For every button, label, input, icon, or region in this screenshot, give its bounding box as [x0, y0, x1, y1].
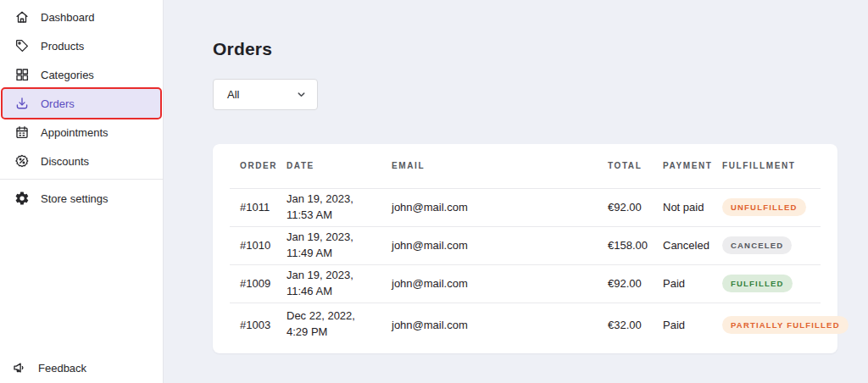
order-total: €32.00 — [608, 303, 663, 347]
order-email: john@mail.com — [392, 303, 608, 347]
column-header-payment: PAYMENT — [663, 144, 722, 188]
order-email: john@mail.com — [392, 226, 608, 264]
grid-icon — [14, 67, 30, 82]
sidebar-item-label: Products — [41, 40, 84, 53]
order-email: john@mail.com — [392, 188, 608, 226]
download-icon — [14, 96, 30, 111]
sidebar-item-label: Feedback — [38, 362, 86, 375]
sidebar-item-products[interactable]: Products — [3, 31, 160, 60]
order-total: €92.00 — [608, 188, 663, 226]
calendar-icon — [14, 125, 30, 140]
sidebar-item-store-settings[interactable]: Store settings — [3, 184, 160, 213]
page-title: Orders — [213, 39, 272, 59]
table-row[interactable]: #1003 Dec 22, 2022, 4:29 PM john@mail.co… — [230, 303, 821, 347]
order-total: €158.00 — [608, 226, 663, 264]
order-number: #1011 — [230, 188, 287, 226]
orders-table-card: ORDER DATE EMAIL TOTAL PAYMENT FULFILLME… — [213, 144, 837, 353]
order-total: €92.00 — [608, 264, 663, 303]
sidebar: Dashboard Products Categories Orders — [0, 0, 164, 383]
order-number: #1009 — [230, 264, 287, 303]
filter-selected-value: All — [227, 88, 239, 101]
table-row[interactable]: #1010 Jan 19, 2023, 11:49 AM john@mail.c… — [230, 226, 821, 264]
home-icon — [14, 9, 30, 25]
gear-icon — [14, 191, 30, 206]
discount-icon — [14, 153, 30, 169]
sidebar-item-label: Dashboard — [41, 11, 95, 24]
chevron-down-icon — [297, 90, 306, 99]
order-date: Jan 19, 2023, 11:53 AM — [287, 188, 392, 226]
table-row[interactable]: #1011 Jan 19, 2023, 11:53 AM john@mail.c… — [230, 188, 821, 226]
tag-icon — [14, 38, 30, 53]
order-number: #1003 — [230, 303, 287, 347]
column-header-email: EMAIL — [392, 144, 608, 188]
column-header-date: DATE — [287, 144, 392, 188]
table-header-row: ORDER DATE EMAIL TOTAL PAYMENT FULFILLME… — [230, 144, 821, 188]
megaphone-icon — [12, 360, 27, 375]
main-content: Orders All ORDER DATE EMAIL TOTAL PAYMEN… — [164, 0, 868, 383]
sidebar-item-label: Appointments — [41, 126, 108, 139]
column-header-fulfillment: FULFILLMENT — [722, 144, 821, 188]
order-date: Jan 19, 2023, 11:49 AM — [287, 226, 392, 264]
sidebar-nav: Dashboard Products Categories Orders — [0, 0, 163, 213]
order-date: Jan 19, 2023, 11:46 AM — [287, 264, 392, 303]
sidebar-item-feedback[interactable]: Feedback — [0, 353, 163, 382]
order-payment: Paid — [663, 264, 722, 303]
sidebar-item-label: Categories — [41, 69, 94, 81]
orders-table: ORDER DATE EMAIL TOTAL PAYMENT FULFILLME… — [230, 144, 821, 347]
order-date: Dec 22, 2022, 4:29 PM — [287, 303, 392, 347]
order-payment: Canceled — [663, 226, 722, 264]
order-payment: Not paid — [663, 188, 722, 226]
order-number: #1010 — [230, 226, 287, 264]
sidebar-item-label: Orders — [41, 97, 75, 110]
sidebar-item-dashboard[interactable]: Dashboard — [3, 3, 160, 31]
sidebar-item-label: Store settings — [41, 192, 108, 205]
fulfillment-badge: UNFULFILLED — [722, 198, 806, 216]
fulfillment-badge: FULFILLED — [722, 275, 793, 292]
sidebar-divider — [0, 179, 163, 180]
sidebar-item-appointments[interactable]: Appointments — [3, 118, 160, 147]
fulfillment-badge: CANCELED — [722, 236, 792, 254]
fulfillment-badge: PARTIALLY FULFILLED — [722, 316, 849, 334]
order-email: john@mail.com — [392, 264, 608, 303]
sidebar-item-categories[interactable]: Categories — [3, 60, 160, 89]
sidebar-item-orders[interactable]: Orders — [3, 89, 160, 118]
column-header-total: TOTAL — [608, 144, 663, 188]
column-header-order: ORDER — [230, 144, 287, 188]
sidebar-item-discounts[interactable]: Discounts — [3, 147, 160, 175]
sidebar-item-label: Discounts — [41, 155, 89, 168]
table-row[interactable]: #1009 Jan 19, 2023, 11:46 AM john@mail.c… — [230, 264, 821, 303]
order-payment: Paid — [663, 303, 722, 347]
orders-filter-dropdown[interactable]: All — [213, 79, 318, 110]
